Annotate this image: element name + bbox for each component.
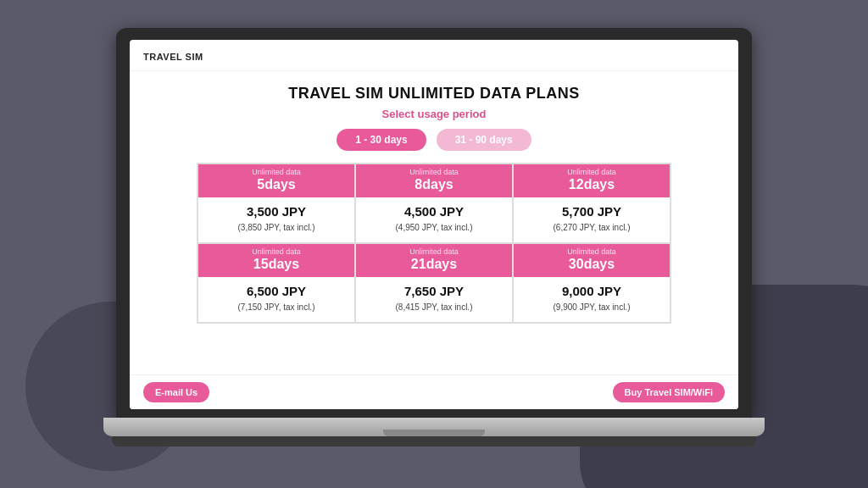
laptop-keyboard (112, 435, 756, 446)
plan-price-area-5: 9,000 JPY(9,900 JPY, tax incl.) (548, 277, 636, 322)
page-footer: E-mail Us Buy Travel SIM/WiFi (130, 374, 738, 409)
plan-header-5: Unlimited data30days (514, 244, 670, 277)
plan-header-3: Unlimited data15days (198, 244, 354, 277)
plan-price-area-2: 5,700 JPY(6,270 JPY, tax incl.) (548, 197, 636, 242)
laptop-base (103, 418, 765, 436)
days-label-3: 15days (253, 257, 299, 271)
days-label-1: 8days (415, 177, 453, 191)
days-label-4: 21days (411, 257, 457, 271)
plan-price-4: 7,650 JPY (396, 284, 473, 298)
laptop-screen-inner: TRAVEL SIM TRAVEL SIM UNLIMITED DATA PLA… (130, 40, 738, 409)
plans-grid: Unlimited data5days3,500 JPY(3,850 JPY, … (197, 163, 671, 324)
plan-tax-1: (4,950 JPY, tax incl.) (396, 223, 473, 232)
plan-price-5: 9,000 JPY (554, 284, 631, 298)
unlimited-label-5: Unlimited data (519, 247, 665, 256)
unlimited-label-4: Unlimited data (361, 247, 507, 256)
plan-tax-2: (6,270 JPY, tax incl.) (554, 223, 631, 232)
plan-price-0: 3,500 JPY (238, 204, 315, 219)
plan-cell-4[interactable]: Unlimited data21days7,650 JPY(8,415 JPY,… (355, 243, 513, 323)
plan-cell-2[interactable]: Unlimited data12days5,700 JPY(6,270 JPY,… (513, 164, 670, 243)
plan-header-0: Unlimited data5days (198, 164, 354, 197)
plan-price-1: 4,500 JPY (396, 204, 473, 219)
plan-tax-3: (7,150 JPY, tax incl.) (238, 302, 315, 312)
plan-header-4: Unlimited data21days (356, 244, 512, 277)
plan-cell-3[interactable]: Unlimited data15days6,500 JPY(7,150 JPY,… (198, 243, 355, 323)
brand-name: TRAVEL SIM (143, 52, 203, 62)
unlimited-label-3: Unlimited data (203, 247, 349, 256)
select-period-label: Select usage period (382, 108, 487, 120)
tab-31-90[interactable]: 31 - 90 days (437, 129, 531, 151)
plan-cell-1[interactable]: Unlimited data8days4,500 JPY(4,950 JPY, … (355, 164, 513, 243)
plan-header-1: Unlimited data8days (356, 164, 512, 197)
plan-tax-5: (9,900 JPY, tax incl.) (554, 302, 631, 312)
laptop-wrapper: TRAVEL SIM TRAVEL SIM UNLIMITED DATA PLA… (103, 28, 765, 460)
plan-tax-0: (3,850 JPY, tax incl.) (238, 223, 315, 232)
buy-travel-sim-button[interactable]: Buy Travel SIM/WiFi (613, 382, 725, 402)
plan-price-area-3: 6,500 JPY(7,150 JPY, tax incl.) (233, 277, 320, 322)
plan-cell-0[interactable]: Unlimited data5days3,500 JPY(3,850 JPY, … (198, 164, 355, 243)
unlimited-label-1: Unlimited data (361, 168, 507, 176)
plan-price-3: 6,500 JPY (238, 284, 315, 298)
days-label-5: 30days (569, 257, 615, 271)
plan-tax-4: (8,415 JPY, tax incl.) (396, 302, 473, 312)
plan-header-2: Unlimited data12days (514, 164, 670, 197)
tab-1-30[interactable]: 1 - 30 days (337, 129, 426, 151)
plan-cell-5[interactable]: Unlimited data30days9,000 JPY(9,900 JPY,… (513, 243, 670, 323)
unlimited-label-2: Unlimited data (519, 168, 665, 176)
email-us-button[interactable]: E-mail Us (143, 382, 209, 402)
plan-price-area-0: 3,500 JPY(3,850 JPY, tax incl.) (233, 197, 320, 242)
unlimited-label-0: Unlimited data (203, 168, 349, 176)
plan-price-2: 5,700 JPY (554, 204, 631, 219)
page-main: TRAVEL SIM UNLIMITED DATA PLANS Select u… (130, 71, 738, 374)
plan-price-area-1: 4,500 JPY(4,950 JPY, tax incl.) (391, 197, 478, 242)
page-title: TRAVEL SIM UNLIMITED DATA PLANS (288, 85, 580, 103)
page-header: TRAVEL SIM (130, 40, 738, 71)
period-tabs: 1 - 30 days 31 - 90 days (337, 129, 531, 151)
plan-price-area-4: 7,650 JPY(8,415 JPY, tax incl.) (391, 277, 478, 322)
days-label-0: 5days (257, 177, 295, 191)
days-label-2: 12days (569, 177, 615, 191)
laptop-screen-outer: TRAVEL SIM TRAVEL SIM UNLIMITED DATA PLA… (116, 28, 752, 418)
